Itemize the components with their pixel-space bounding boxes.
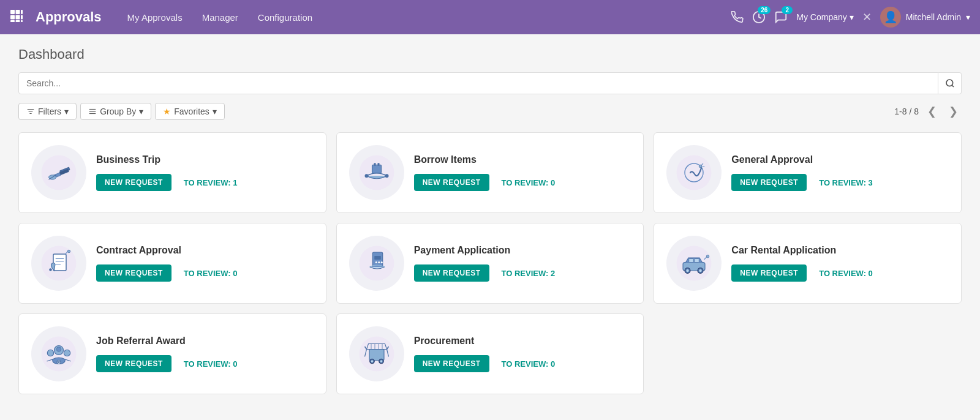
company-selector[interactable]: My Company ▾ [796, 12, 853, 22]
svg-point-58 [56, 347, 61, 352]
card-icon-borrow-items [349, 145, 404, 200]
svg-point-44 [378, 261, 380, 263]
svg-point-51 [687, 269, 690, 272]
card-title-business-trip: Business Trip [96, 154, 314, 165]
svg-point-37 [49, 268, 52, 271]
card-body-borrow-items: Borrow Items NEW REQUEST TO REVIEW: 0 [414, 154, 631, 191]
card-icon-business-trip [31, 145, 86, 200]
card-payment-application: Payment Application NEW REQUEST TO REVIE… [336, 223, 644, 304]
new-request-btn-car-rental[interactable]: NEW REQUEST [731, 264, 807, 282]
svg-rect-23 [374, 163, 375, 166]
close-button[interactable]: ✕ [862, 10, 872, 24]
svg-point-39 [67, 250, 70, 253]
card-body-payment-application: Payment Application NEW REQUEST TO REVIE… [414, 245, 631, 282]
svg-rect-3 [10, 15, 15, 19]
new-request-btn-payment-application[interactable]: NEW REQUEST [414, 264, 489, 282]
svg-rect-8 [21, 20, 23, 22]
card-body-business-trip: Business Trip NEW REQUEST TO REVIEW: 1 [96, 154, 314, 191]
svg-rect-4 [16, 15, 20, 19]
card-title-car-rental: Car Rental Application [731, 245, 949, 256]
group-by-button[interactable]: Group By ▾ [80, 103, 151, 120]
svg-rect-2 [21, 10, 23, 14]
card-body-job-referral: Job Referral Award NEW REQUEST TO REVIEW… [96, 336, 314, 372]
card-icon-general-approval [666, 145, 722, 200]
to-review-payment-application: TO REVIEW: 2 [502, 269, 556, 278]
to-review-car-rental: TO REVIEW: 0 [819, 269, 873, 278]
card-car-rental: Car Rental Application NEW REQUEST TO RE… [654, 223, 962, 304]
card-title-job-referral: Job Referral Award [96, 336, 314, 347]
pagination-next[interactable]: ❯ [945, 103, 962, 119]
card-title-borrow-items: Borrow Items [414, 154, 631, 165]
search-row [18, 72, 962, 94]
pagination-prev[interactable]: ❮ [924, 103, 940, 119]
svg-point-76 [380, 360, 382, 362]
new-request-btn-general-approval[interactable]: NEW REQUEST [731, 174, 807, 191]
svg-rect-1 [16, 10, 20, 14]
svg-rect-7 [16, 20, 20, 22]
card-body-general-approval: General Approval NEW REQUEST TO REVIEW: … [731, 154, 949, 191]
svg-rect-6 [10, 20, 15, 22]
card-general-approval: General Approval NEW REQUEST TO REVIEW: … [654, 132, 962, 213]
messages-badge: 2 [782, 6, 793, 14]
to-review-contract-approval: TO REVIEW: 0 [184, 269, 238, 278]
new-request-btn-borrow-items[interactable]: NEW REQUEST [414, 174, 489, 191]
svg-rect-0 [10, 10, 15, 14]
activity-icon[interactable]: 26 [752, 10, 766, 24]
card-job-referral: Job Referral Award NEW REQUEST TO REVIEW… [18, 313, 326, 394]
page-title: Dashboard [18, 47, 962, 62]
svg-point-74 [371, 360, 373, 362]
card-actions-borrow-items: NEW REQUEST TO REVIEW: 0 [414, 174, 631, 191]
new-request-btn-business-trip[interactable]: NEW REQUEST [96, 174, 172, 191]
new-request-btn-contract-approval[interactable]: NEW REQUEST [96, 264, 172, 282]
svg-point-45 [380, 261, 382, 263]
new-request-btn-procurement[interactable]: NEW REQUEST [414, 355, 489, 372]
card-title-contract-approval: Contract Approval [96, 245, 314, 256]
to-review-job-referral: TO REVIEW: 0 [184, 359, 238, 369]
main-content: Dashboard Filters ▾ Group By ▾ [0, 34, 980, 407]
card-actions-business-trip: NEW REQUEST TO REVIEW: 1 [96, 174, 314, 191]
card-icon-job-referral [31, 326, 86, 381]
avatar: 👤 [880, 7, 901, 28]
card-actions-job-referral: NEW REQUEST TO REVIEW: 0 [96, 355, 314, 372]
svg-point-10 [946, 80, 953, 86]
to-review-procurement: TO REVIEW: 0 [502, 359, 556, 369]
svg-point-43 [375, 261, 377, 263]
svg-point-26 [385, 174, 388, 178]
favorites-button[interactable]: ★ Favorites ▾ [155, 103, 225, 120]
to-review-business-trip: TO REVIEW: 1 [184, 178, 238, 187]
svg-point-60 [64, 350, 70, 356]
phone-icon[interactable] [731, 11, 744, 23]
nav-configuration[interactable]: Configuration [251, 7, 320, 28]
svg-rect-48 [689, 259, 694, 263]
search-input-wrapper [18, 72, 938, 94]
svg-line-31 [703, 167, 705, 167]
filters-button[interactable]: Filters ▾ [18, 103, 77, 120]
svg-rect-24 [377, 163, 379, 166]
svg-rect-49 [695, 259, 699, 263]
card-actions-payment-application: NEW REQUEST TO REVIEW: 2 [414, 264, 631, 282]
svg-point-53 [699, 269, 703, 272]
filter-bar: Filters ▾ Group By ▾ ★ Favorites ▾ 1-8 /… [18, 103, 962, 120]
svg-point-59 [47, 350, 54, 356]
new-request-btn-job-referral[interactable]: NEW REQUEST [96, 355, 172, 372]
search-input[interactable] [18, 72, 938, 94]
nav-manager[interactable]: Manager [195, 7, 246, 28]
card-icon-car-rental [666, 236, 722, 291]
grid-icon[interactable] [10, 9, 23, 26]
card-title-general-approval: General Approval [731, 154, 949, 165]
svg-point-55 [707, 255, 710, 258]
cards-grid: Business Trip NEW REQUEST TO REVIEW: 1 [18, 132, 962, 394]
to-review-general-approval: TO REVIEW: 3 [819, 178, 873, 187]
messages-icon[interactable]: 2 [774, 10, 788, 24]
card-procurement: Procurement NEW REQUEST TO REVIEW: 0 [336, 313, 644, 394]
user-menu[interactable]: 👤 Mitchell Admin ▾ [880, 7, 970, 28]
card-actions-car-rental: NEW REQUEST TO REVIEW: 0 [731, 264, 949, 282]
nav-links: My Approvals Manager Configuration [120, 7, 720, 28]
top-navigation: Approvals My Approvals Manager Configura… [0, 0, 980, 34]
card-borrow-items: Borrow Items NEW REQUEST TO REVIEW: 0 [336, 132, 644, 213]
card-icon-payment-application [349, 236, 404, 291]
nav-my-approvals[interactable]: My Approvals [120, 7, 190, 28]
svg-rect-22 [372, 165, 381, 173]
card-icon-contract-approval [31, 236, 86, 291]
search-button[interactable] [938, 72, 962, 94]
